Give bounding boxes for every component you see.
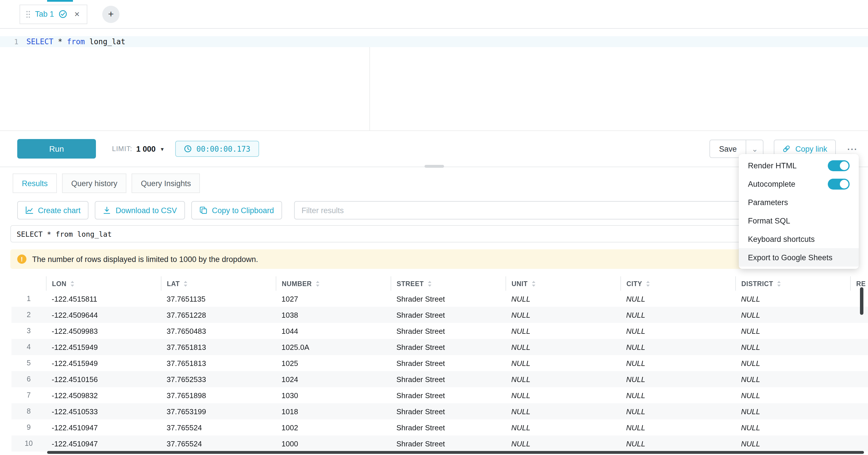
cell-number: 1027 xyxy=(276,291,391,307)
cell-lat: 37.765524 xyxy=(161,435,276,452)
row-number-cell: 8 xyxy=(11,403,46,419)
cell-street: Shrader Street xyxy=(391,403,505,419)
result-tab-results[interactable]: Results xyxy=(13,174,57,193)
column-header-number[interactable]: NUMBER xyxy=(276,276,391,291)
cell-unit: NULL xyxy=(505,371,620,387)
drag-handle-icon xyxy=(26,10,30,18)
cell-district: NULL xyxy=(735,435,850,452)
limit-warning-banner: ! The number of rows displayed is limite… xyxy=(10,249,858,269)
copy-clipboard-label: Copy to Clipboard xyxy=(212,206,274,215)
table-row: 7-122.450983237.76518981030Shrader Stree… xyxy=(11,387,868,403)
table-header: LONLATNUMBERSTREETUNITCITYDISTRICTRE xyxy=(11,276,868,291)
query-preview[interactable]: SELECT * from long_lat xyxy=(10,225,858,242)
pane-divider xyxy=(0,166,868,171)
code-line: 1 SELECT * from long_lat xyxy=(0,36,868,47)
cell-street: Shrader Street xyxy=(391,371,505,387)
row-number-cell: 10 xyxy=(11,435,46,452)
column-header-city[interactable]: CITY xyxy=(620,276,735,291)
copy-clipboard-button[interactable]: Copy to Clipboard xyxy=(191,201,282,219)
menu-item-export-to-google-sheets[interactable]: Export to Google Sheets xyxy=(739,248,859,267)
cell-number: 1000 xyxy=(276,435,391,452)
create-chart-button[interactable]: Create chart xyxy=(17,201,89,219)
download-csv-label: Download to CSV xyxy=(116,206,177,215)
tab-tab1[interactable]: Tab 1 ✕ xyxy=(20,4,87,24)
cell-street: Shrader Street xyxy=(391,323,505,339)
chart-icon xyxy=(25,206,33,214)
more-options-button[interactable]: ··· xyxy=(847,144,858,154)
menu-item-parameters[interactable]: Parameters xyxy=(739,193,859,211)
row-number-cell: 5 xyxy=(11,355,46,371)
cell-lat: 37.7651898 xyxy=(161,387,276,403)
cell-lon: -122.4509983 xyxy=(46,323,161,339)
column-header-district[interactable]: DISTRICT xyxy=(735,276,850,291)
menu-item-format-sql[interactable]: Format SQL xyxy=(739,211,859,230)
column-header-unit[interactable]: UNIT xyxy=(505,276,620,291)
sort-icon xyxy=(70,280,74,287)
cell-city: NULL xyxy=(620,339,735,355)
sql-editor[interactable]: 1 SELECT * from long_lat xyxy=(0,36,868,131)
column-header-re[interactable]: RE xyxy=(850,276,868,291)
row-number-cell: 7 xyxy=(11,387,46,403)
column-header-lat[interactable]: LAT xyxy=(161,276,276,291)
menu-item-label: Export to Google Sheets xyxy=(748,253,832,262)
column-header-street[interactable]: STREET xyxy=(391,276,505,291)
warning-text: The number of rows displayed is limited … xyxy=(32,255,258,264)
add-tab-button[interactable]: + xyxy=(102,5,120,23)
line-number: 1 xyxy=(0,37,26,46)
cell-city: NULL xyxy=(620,387,735,403)
sql-table-name: long_lat xyxy=(89,37,125,46)
result-tab-query-history[interactable]: Query history xyxy=(62,174,127,193)
download-csv-button[interactable]: Download to CSV xyxy=(95,201,185,219)
editor-options-menu: Render HTMLAutocompleteParametersFormat … xyxy=(739,154,859,269)
cell-city: NULL xyxy=(620,291,735,307)
sql-text: SELECT * from long_lat xyxy=(26,37,125,46)
horizontal-scrollbar[interactable] xyxy=(47,451,864,454)
menu-item-autocomplete[interactable]: Autocomplete xyxy=(739,175,859,193)
cell-number: 1025.0A xyxy=(276,339,391,355)
cell-unit: NULL xyxy=(505,387,620,403)
cell-district: NULL xyxy=(735,403,850,419)
menu-item-keyboard-shortcuts[interactable]: Keyboard shortcuts xyxy=(739,230,859,248)
sort-icon xyxy=(531,280,536,287)
timer-value: 00:00:00.173 xyxy=(196,145,250,153)
column-header-lon[interactable]: LON xyxy=(46,276,161,291)
close-tab-icon[interactable]: ✕ xyxy=(74,10,80,18)
limit-dropdown[interactable]: LIMIT: 1 000 ▾ xyxy=(112,145,164,153)
sort-icon xyxy=(427,280,432,287)
cell-district: NULL xyxy=(735,371,850,387)
column-header-label: LAT xyxy=(167,280,180,287)
result-tab-query-insights[interactable]: Query Insights xyxy=(132,174,200,193)
cell-re xyxy=(850,435,868,452)
toggle-knob xyxy=(840,161,848,170)
cell-re xyxy=(850,323,868,339)
copy-icon xyxy=(199,206,207,214)
results-table-body: 1-122.451581137.76511351027Shrader Stree… xyxy=(11,291,868,455)
cell-street: Shrader Street xyxy=(391,355,505,371)
cell-re xyxy=(850,355,868,371)
cell-district: NULL xyxy=(735,355,850,371)
row-number-cell: 1 xyxy=(11,291,46,307)
cell-lon: -122.4515811 xyxy=(46,291,161,307)
render-html-toggle[interactable] xyxy=(828,160,849,171)
menu-item-render-html[interactable]: Render HTML xyxy=(739,156,859,175)
row-number-cell: 4 xyxy=(11,339,46,355)
menu-item-label: Render HTML xyxy=(748,161,797,170)
cell-lon: -122.4510947 xyxy=(46,435,161,452)
table-row: 2-122.450964437.76512281038Shrader Stree… xyxy=(11,307,868,323)
autocomplete-toggle[interactable] xyxy=(828,178,849,189)
cell-number: 1024 xyxy=(276,371,391,387)
column-header-label: DISTRICT xyxy=(741,280,773,287)
row-number-cell: 11 xyxy=(11,452,46,455)
cell-unit: NULL xyxy=(505,403,620,419)
run-button[interactable]: Run xyxy=(17,139,96,158)
cell-city: NULL xyxy=(620,419,735,435)
cell-re xyxy=(850,387,868,403)
cell-street: Shrader Street xyxy=(391,307,505,323)
copy-link-label: Copy link xyxy=(795,145,827,153)
column-header-label: UNIT xyxy=(512,280,528,287)
cell-unit: NULL xyxy=(505,291,620,307)
pane-resize-handle[interactable] xyxy=(424,165,444,168)
print-margin-ruler xyxy=(369,36,370,130)
cell-city: NULL xyxy=(620,435,735,452)
vertical-scrollbar[interactable] xyxy=(860,287,863,315)
